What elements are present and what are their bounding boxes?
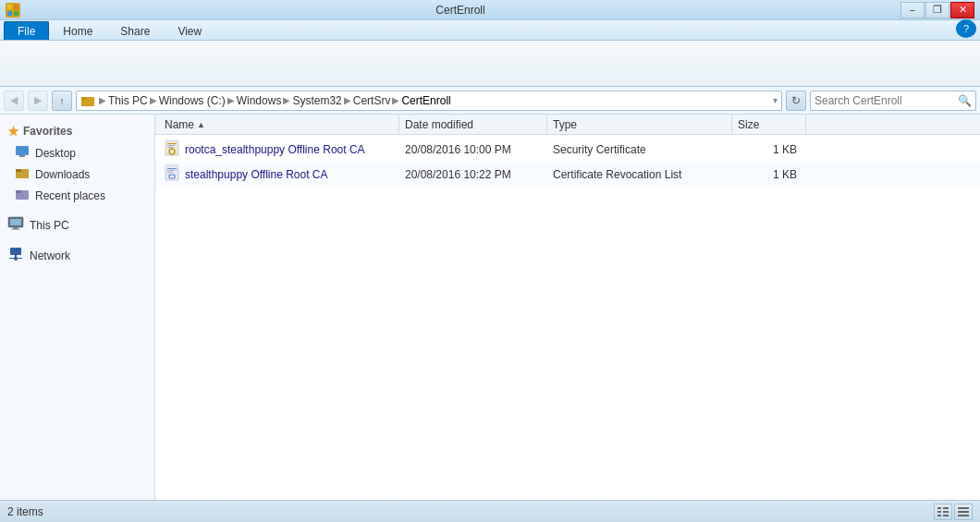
col-header-name[interactable]: Name ▲ <box>159 115 399 134</box>
svg-rect-21 <box>167 143 177 144</box>
address-bar: ◀ ▶ ↑ ▶ This PC ▶ Windows (C:) ▶ Windows… <box>0 87 980 115</box>
file-column-headers: Name ▲ Date modified Type Size <box>155 115 980 135</box>
svg-rect-36 <box>958 507 969 509</box>
tab-view[interactable]: View <box>164 21 215 40</box>
downloads-icon <box>15 166 30 182</box>
svg-rect-38 <box>958 515 969 516</box>
minimize-button[interactable]: − <box>900 2 925 18</box>
search-box[interactable]: 🔍 <box>810 91 976 111</box>
sidebar-item-desktop[interactable]: Desktop <box>0 142 154 164</box>
col-date-label: Date modified <box>405 118 473 131</box>
desktop-icon <box>15 145 30 161</box>
addr-arrow-0: ▶ <box>99 95 106 105</box>
svg-rect-6 <box>16 146 29 155</box>
addr-certsrv[interactable]: CertSrv <box>353 94 391 107</box>
svg-rect-22 <box>167 145 175 146</box>
addr-windows[interactable]: Windows <box>237 94 282 107</box>
svg-rect-23 <box>167 147 173 148</box>
back-button[interactable]: ◀ <box>4 91 24 111</box>
addr-drive[interactable]: Windows (C:) <box>159 94 226 107</box>
help-button[interactable]: ? <box>956 19 976 38</box>
table-row[interactable]: stealthpuppy Offline Root CA20/08/2016 1… <box>155 162 980 187</box>
svg-rect-19 <box>9 258 22 259</box>
svg-rect-26 <box>167 168 177 169</box>
sidebar-item-downloads[interactable]: Downloads <box>0 164 154 185</box>
addr-arrow-1: ▶ <box>150 95 157 105</box>
list-view-button[interactable] <box>954 504 973 520</box>
forward-button[interactable]: ▶ <box>28 91 48 111</box>
refresh-button[interactable]: ↻ <box>786 91 806 111</box>
addr-dropdown-btn[interactable]: ▾ <box>773 95 778 105</box>
svg-rect-3 <box>14 11 18 16</box>
sidebar-item-network[interactable]: Network <box>0 244 154 267</box>
ribbon-panel <box>0 41 980 87</box>
restore-button[interactable]: ❐ <box>925 2 949 18</box>
sidebar-desktop-label: Desktop <box>35 147 76 160</box>
network-icon <box>7 247 24 264</box>
svg-rect-15 <box>11 229 20 230</box>
col-name-label: Name <box>165 118 194 131</box>
favorites-label: Favorites <box>23 125 72 138</box>
addr-system32[interactable]: System32 <box>292 94 341 107</box>
col-header-type[interactable]: Type <box>547 115 732 134</box>
col-type-label: Type <box>553 118 577 131</box>
sidebar-downloads-label: Downloads <box>35 168 90 181</box>
addr-certenroll[interactable]: CertEnroll <box>401 94 450 107</box>
sidebar-thispc-label: This PC <box>30 219 69 232</box>
file-name-cell: stealthpuppy Offline Root CA <box>159 164 399 185</box>
tab-file[interactable]: File <box>4 21 49 40</box>
sort-arrow-icon: ▲ <box>197 120 205 129</box>
col-header-size[interactable]: Size <box>732 115 806 134</box>
sidebar-item-recent[interactable]: Recent places <box>0 185 154 206</box>
sidebar: ★ Favorites Desktop Downloads Recent pla… <box>0 115 155 500</box>
title-bar: CertEnroll − ❐ ✕ <box>0 0 980 20</box>
svg-rect-2 <box>7 11 12 16</box>
svg-rect-14 <box>13 227 18 229</box>
file-size-cell: 1 KB <box>732 167 806 182</box>
window-controls: − ❐ ✕ <box>900 2 974 18</box>
sidebar-item-thispc[interactable]: This PC <box>0 213 154 237</box>
up-button[interactable]: ↑ <box>52 91 72 111</box>
tab-home[interactable]: Home <box>49 21 106 40</box>
svg-rect-33 <box>943 511 949 513</box>
close-button[interactable]: ✕ <box>950 2 974 18</box>
svg-rect-16 <box>10 248 21 255</box>
svg-rect-27 <box>167 170 175 171</box>
svg-rect-5 <box>81 97 87 100</box>
file-list: rootca_stealthpuppy Offline Root CA20/08… <box>155 135 980 500</box>
search-input[interactable] <box>815 94 958 107</box>
file-date-cell: 20/08/2016 10:22 PM <box>399 167 547 182</box>
sidebar-divider-2 <box>0 237 154 244</box>
svg-rect-34 <box>937 515 941 516</box>
svg-rect-0 <box>7 5 12 9</box>
main-layout: ★ Favorites Desktop Downloads Recent pla… <box>0 115 980 500</box>
svg-rect-28 <box>167 172 173 173</box>
sidebar-recent-label: Recent places <box>35 189 105 202</box>
svg-rect-1 <box>14 5 18 9</box>
svg-rect-37 <box>958 511 969 513</box>
status-bar: 2 items <box>0 500 980 522</box>
view-toggle-icons <box>934 504 973 520</box>
col-header-date[interactable]: Date modified <box>399 115 547 134</box>
favorites-header: ★ Favorites <box>0 120 154 142</box>
svg-rect-35 <box>943 515 949 516</box>
details-view-button[interactable] <box>934 504 952 520</box>
addr-arrow-5: ▶ <box>392 95 399 105</box>
addr-arrow-3: ▶ <box>283 95 290 105</box>
svg-rect-31 <box>943 507 949 509</box>
file-name-cell: rootca_stealthpuppy Offline Root CA <box>159 139 399 160</box>
file-area: Name ▲ Date modified Type Size rootca_st… <box>155 115 980 500</box>
item-count: 2 items <box>7 505 43 518</box>
table-row[interactable]: rootca_stealthpuppy Offline Root CA20/08… <box>155 137 980 162</box>
search-icon[interactable]: 🔍 <box>958 94 972 107</box>
addr-thispc[interactable]: This PC <box>108 94 148 107</box>
address-box[interactable]: ▶ This PC ▶ Windows (C:) ▶ Windows ▶ Sys… <box>76 91 782 111</box>
svg-rect-9 <box>16 169 21 172</box>
thispc-icon <box>7 216 24 234</box>
recent-icon <box>15 188 30 203</box>
file-icon <box>165 140 179 159</box>
favorites-star-icon: ★ <box>7 124 19 139</box>
tab-share[interactable]: Share <box>106 21 164 40</box>
file-date-cell: 20/08/2016 10:00 PM <box>399 142 547 157</box>
app-icon <box>6 3 20 18</box>
